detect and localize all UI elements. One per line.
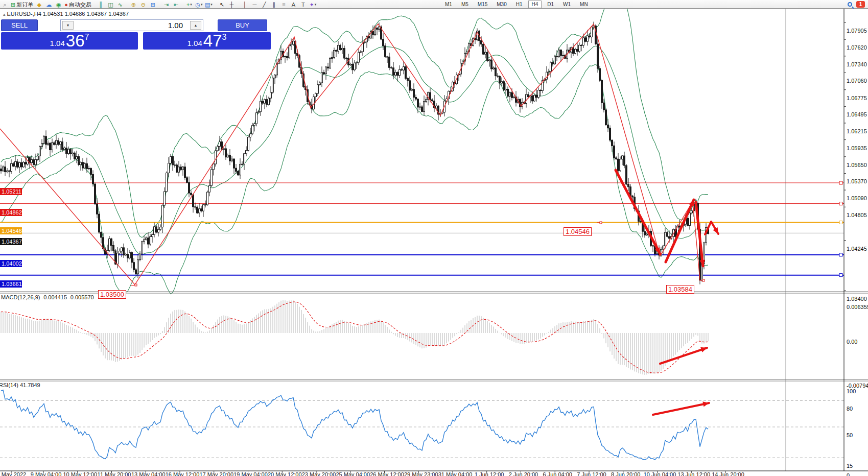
symbol-ohlc-info: ▴EURUSD-,H4 1.04531 1.04686 1.04367 1.04… [3,11,129,17]
horizontal-line-icon[interactable]: ─ [250,1,260,9]
time-axis-label: 19 May 04:00 [231,471,270,476]
price-tick-label: 1.04805 [847,212,867,218]
time-axis-label: 10 Jun 04:00 [641,471,679,476]
price-line-label: 1.04546 [0,227,22,234]
time-axis-label: 6 Jun 04:00 [538,471,577,476]
line-chart-type-icon: ∿ [118,1,123,8]
toolbar: ⌕⊞新订单◆☁◉●自动交易║◫∿⊕⊖⊞⇥⇤+▾◷▾▤▾↖┼│─╱∥≡AT✦▾ M… [0,0,868,9]
toolbar-utilities: 1 [848,1,865,8]
price-callout-label[interactable]: 1.04546 [564,227,592,236]
candlestick-chart-type-icon[interactable]: ◫ [106,1,115,9]
time-axis-label: 8 Jun 20:00 [606,471,645,476]
price-tick-label: 1.05090 [847,195,867,201]
sell-button[interactable]: SELL [1,19,38,31]
timeframe-m1[interactable]: M1 [441,1,456,8]
label-icon[interactable]: T [298,1,308,9]
channel-icon[interactable]: ∥ [269,1,279,9]
shapes-icon[interactable]: ✦▾ [308,1,318,9]
notification-badge[interactable]: 1 [856,1,865,8]
volume-field[interactable]: ▼ 1.00 ▲ [60,19,203,31]
label-icon: T [301,1,305,8]
annotation-arrows[interactable] [616,170,718,266]
vertical-line-icon[interactable]: │ [240,1,250,9]
buy-price-pips: 47 [203,33,222,49]
rsi-arrow[interactable] [653,401,709,415]
time-axis-label: 26 May 12:00 [368,471,407,476]
clipped-left-icon[interactable]: ⌕ [0,1,10,9]
timeframe-h1[interactable]: H1 [512,1,526,8]
search-icon[interactable] [848,2,852,7]
fibonacci-icon: ≡ [282,1,285,8]
rsi-axis-label: 0 [847,472,850,476]
cursor-icon[interactable]: ↖ [217,1,227,9]
tile-windows-icon[interactable]: ⊞ [148,1,158,9]
rsi-axis-label: 100 [847,388,856,394]
signals-icon[interactable]: ◉ [54,1,63,9]
price-tick-label: 1.07905 [847,28,867,34]
timeframe-m30[interactable]: M30 [493,1,510,8]
text-icon[interactable]: A [289,1,298,9]
time-axis-label: 10 May 12:00 [61,471,100,476]
templates-icon-dropdown[interactable]: ▾ [210,1,213,8]
timeframe-m5[interactable]: M5 [458,1,472,8]
channel-icon: ∥ [273,1,276,8]
autotrading-button-label: 自动交易 [69,1,91,8]
indicators-icon: + [186,1,190,8]
price-line-label: 1.04862 [0,209,22,216]
line-chart-type-icon[interactable]: ∿ [115,1,125,9]
new-order-button: ⊞ [11,1,15,8]
timeframe-m15[interactable]: M15 [474,1,491,8]
text-icon: A [292,1,295,8]
chart-shift-icon[interactable]: ⇤ [171,1,181,9]
symbol-marker-icon: ▴ [3,12,6,17]
price-tick-label: 1.06495 [847,111,867,117]
toolbar-buttons: ⌕⊞新订单◆☁◉●自动交易║◫∿⊕⊖⊞⇥⇤+▾◷▾▤▾↖┼│─╱∥≡AT✦▾ [0,0,318,9]
trendline-icon[interactable]: ╱ [260,1,269,9]
indicators-icon-dropdown[interactable]: ▾ [190,1,192,8]
periods-icon[interactable]: ◷▾ [194,1,204,9]
time-axis-label: 9 May 04:00 [27,471,65,476]
volume-increase-button[interactable]: ▲ [190,21,201,30]
price-tick-label: 1.05935 [847,145,867,151]
auto-scroll-icon[interactable]: ⇥ [161,1,171,9]
buy-price-display[interactable]: 1.04 47 3 [143,32,271,50]
buy-price-prefix: 1.04 [187,39,202,47]
price-tick-label: 1.06215 [847,128,867,134]
timeframe-h4[interactable]: H4 [528,1,542,8]
periods-icon-dropdown[interactable]: ▾ [201,1,203,8]
market-watch-icon[interactable]: ◆ [34,1,44,9]
periods-icon: ◷ [195,1,200,8]
autotrading-button[interactable]: ●自动交易 [63,1,92,9]
sell-price-prefix: 1.04 [50,39,65,47]
templates-icon: ▤ [205,1,210,8]
crosshair-icon[interactable]: ┼ [227,1,237,9]
time-axis-label: 13 May 04:00 [129,471,168,476]
buy-button[interactable]: BUY [218,19,267,31]
time-axis-label: 25 May 04:00 [334,471,372,476]
volume-value[interactable]: 1.00 [74,21,190,30]
timeframe-d1[interactable]: D1 [544,1,557,8]
zigzag-trendlines[interactable] [0,24,700,284]
bar-chart-type-icon[interactable]: ║ [96,1,106,9]
rsi-axis-label: 50 [847,432,853,438]
timeframe-w1[interactable]: W1 [559,1,574,8]
zoom-out-icon: ⊖ [141,1,146,8]
fibonacci-icon[interactable]: ≡ [279,1,289,9]
timeframe-mn[interactable]: MN [576,1,592,8]
zoom-in-icon[interactable]: ⊕ [129,1,138,9]
indicators-icon[interactable]: +▾ [184,1,194,9]
price-callout-label[interactable]: 1.03584 [666,285,694,294]
upload-chart-icon[interactable]: ☁ [44,1,54,9]
crosshair-icon: ┼ [229,1,233,8]
price-line-label: 1.05211 [0,188,22,195]
new-order-button[interactable]: ⊞新订单 [10,1,34,9]
price-callout-label[interactable]: 1.03500 [98,290,126,299]
horizontal-line-icon: ─ [252,1,256,8]
templates-icon[interactable]: ▤▾ [204,1,214,9]
sell-price-display[interactable]: 1.04 36 7 [1,32,138,50]
time-axis-label: 20 May 12:00 [265,471,304,476]
zoom-out-icon[interactable]: ⊖ [138,1,148,9]
shapes-icon-dropdown[interactable]: ▾ [315,1,317,8]
volume-decrease-button[interactable]: ▼ [62,21,74,30]
price-tick-label: 1.07620 [847,44,867,51]
